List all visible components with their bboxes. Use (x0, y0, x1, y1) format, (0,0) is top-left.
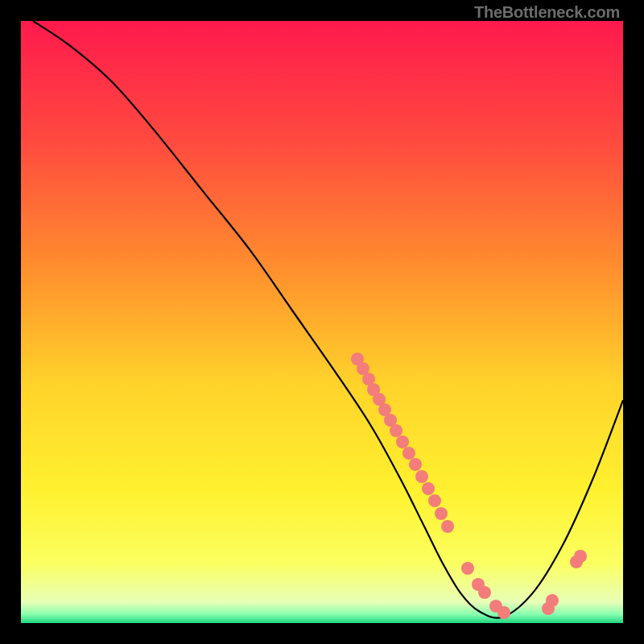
scatter-point (390, 424, 402, 437)
watermark-text: TheBottleneck.com (474, 3, 620, 22)
scatter-point (461, 562, 474, 575)
scatter-point (402, 447, 415, 460)
curve-layer (21, 21, 623, 623)
scatter-point (441, 520, 454, 533)
scatter-point (435, 507, 448, 520)
scatter-point (428, 494, 441, 507)
scatter-point (497, 606, 510, 619)
scatter-point (409, 458, 422, 471)
chart-frame: TheBottleneck.com (0, 0, 644, 644)
scatter-point (478, 586, 491, 599)
plot-area (21, 21, 623, 623)
scatter-point (396, 436, 409, 448)
bottleneck-curve (33, 21, 623, 618)
scatter-point (422, 482, 435, 495)
scatter-point (415, 470, 428, 483)
scatter-point (574, 550, 587, 563)
scatter-point (546, 594, 559, 607)
scatter-points (351, 353, 587, 619)
